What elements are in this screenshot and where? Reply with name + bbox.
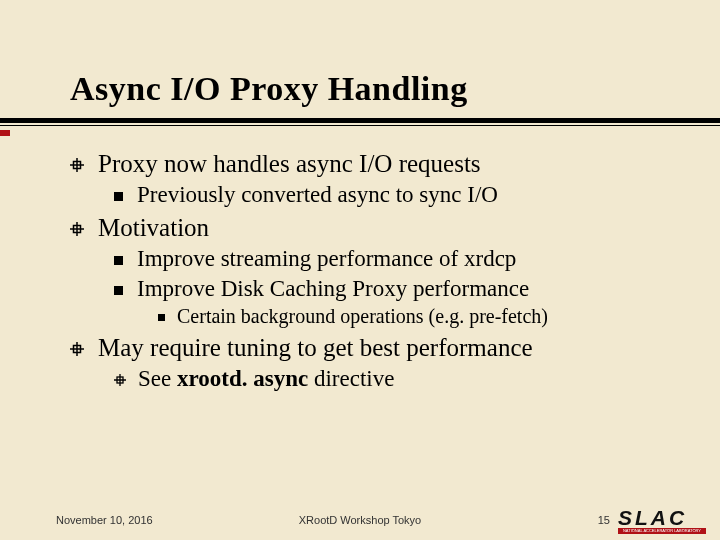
bullet-text: Improve streaming performance of xrdcp xyxy=(137,246,516,272)
bullet-text: Certain background operations (e.g. pre-… xyxy=(177,305,548,328)
bullet-plus-small-icon xyxy=(114,374,126,386)
bullet-square-icon xyxy=(114,256,123,265)
text-pre: See xyxy=(138,366,177,391)
bullet-text: See xrootd. async directive xyxy=(138,366,394,392)
bullet-text: Previously converted async to sync I/O xyxy=(137,182,498,208)
bullet-level1: Proxy now handles async I/O requests xyxy=(70,150,680,178)
slide-title: Async I/O Proxy Handling xyxy=(70,70,720,108)
bullet-text: May require tuning to get best performan… xyxy=(98,334,533,362)
accent-red-mark xyxy=(0,130,10,136)
logo-subbar: NATIONAL ACCELERATOR LABORATORY xyxy=(618,528,706,534)
bullet-level2: Improve streaming performance of xrdcp xyxy=(114,246,680,272)
bullet-level3: Certain background operations (e.g. pre-… xyxy=(158,305,680,328)
footer: November 10, 2016 XRootD Workshop Tokyo … xyxy=(0,502,720,540)
footer-center: XRootD Workshop Tokyo xyxy=(0,514,720,526)
bullet-level1: May require tuning to get best performan… xyxy=(70,334,680,362)
bullet-plus-icon xyxy=(70,342,84,356)
content-area: Proxy now handles async I/O requests Pre… xyxy=(0,126,720,392)
bullet-square-icon xyxy=(114,286,123,295)
slide: Async I/O Proxy Handling Proxy now handl… xyxy=(0,0,720,540)
bullet-text: Proxy now handles async I/O requests xyxy=(98,150,481,178)
logo-text: SLAC xyxy=(618,506,706,530)
footer-page-number: 15 xyxy=(598,514,610,526)
bullet-plus-icon xyxy=(70,158,84,172)
text-post: directive xyxy=(308,366,394,391)
bullet-square-icon xyxy=(114,192,123,201)
bullet-level2: Previously converted async to sync I/O xyxy=(114,182,680,208)
title-rule-thick xyxy=(0,118,720,123)
bullet-level2: Improve Disk Caching Proxy performance xyxy=(114,276,680,302)
bullet-level1: Motivation xyxy=(70,214,680,242)
bullet-level2: See xrootd. async directive xyxy=(114,366,680,392)
text-bold: xrootd. async xyxy=(177,366,308,391)
bullet-text: Motivation xyxy=(98,214,209,242)
bullet-square-small-icon xyxy=(158,314,165,321)
slac-logo: SLAC NATIONAL ACCELERATOR LABORATORY xyxy=(618,506,706,534)
bullet-plus-icon xyxy=(70,222,84,236)
bullet-text: Improve Disk Caching Proxy performance xyxy=(137,276,529,302)
title-block: Async I/O Proxy Handling xyxy=(0,0,720,108)
